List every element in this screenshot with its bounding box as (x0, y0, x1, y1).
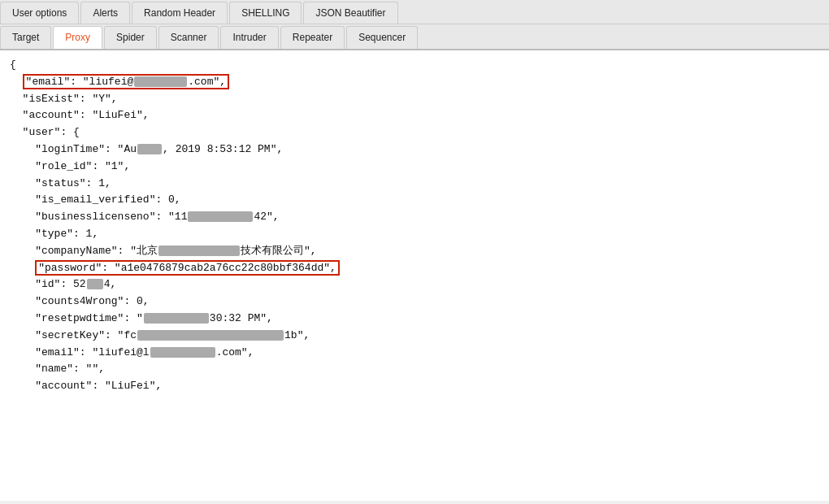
json-line-logintime: "loginTime": "Au, 2019 8:53:12 PM", (10, 141, 819, 159)
json-line-is-email-verified: "is_email_verified": 0, (10, 192, 819, 209)
tab-alerts[interactable]: Alerts (80, 2, 130, 24)
json-line-isexist: "isExist": "Y", (10, 91, 819, 108)
tab-random-header[interactable]: Random Header (132, 2, 228, 24)
json-line-businesslicense: "businesslicenseno": "1142", (10, 209, 819, 226)
json-line-account: "account": "LiuFei", (10, 107, 819, 124)
json-line-name: "name": "", (10, 361, 819, 378)
tab-json-beautifier[interactable]: JSON Beautifier (303, 2, 397, 24)
tab-sequencer[interactable]: Sequencer (346, 26, 418, 49)
bottom-tab-bar: Target Proxy Spider Scanner Intruder Rep… (0, 24, 829, 50)
json-line-user-open: "user": { (10, 124, 819, 141)
json-line-resetpwdtime: "resetpwdtime": "30:32 PM", (10, 311, 819, 328)
json-line-email: "email": "liufei@.com", (10, 74, 819, 91)
email-highlight-box: "email": "liufei@.com", (23, 74, 229, 89)
tab-shelling[interactable]: SHELLING (229, 2, 302, 24)
json-line-email2: "email": "liufei@l.com", (10, 345, 819, 362)
json-line-status: "status": 1, (10, 176, 819, 193)
json-line-id: "id": 524, (10, 276, 819, 293)
json-line-password: "password": "a1e0476879cab2a76cc22c80bbf… (10, 260, 819, 277)
json-line-counts4wrong: "counts4Wrong": 0, (10, 293, 819, 311)
json-line-role-id: "role_id": "1", (10, 159, 819, 176)
top-tab-bar: User options Alerts Random Header SHELLI… (0, 0, 829, 24)
json-line-secretkey: "secretKey": "fc1b", (10, 328, 819, 345)
password-highlight-box: "password": "a1e0476879cab2a76cc22c80bbf… (35, 260, 340, 276)
tab-spider[interactable]: Spider (104, 26, 157, 49)
tab-user-options[interactable]: User options (0, 2, 79, 24)
tab-proxy[interactable]: Proxy (53, 26, 102, 49)
json-line-brace-open: { (10, 57, 819, 74)
json-line-type: "type": 1, (10, 226, 819, 243)
content-area: { "email": "liufei@.com", "isExist": "Y"… (0, 50, 829, 501)
tab-intruder[interactable]: Intruder (220, 26, 278, 49)
tab-scanner[interactable]: Scanner (158, 26, 219, 49)
json-line-companyname: "companyName": "北京技术有限公司", (10, 243, 819, 260)
json-line-account2: "account": "LiuFei", (10, 378, 819, 395)
tab-target[interactable]: Target (0, 26, 51, 49)
tab-repeater[interactable]: Repeater (280, 26, 345, 49)
